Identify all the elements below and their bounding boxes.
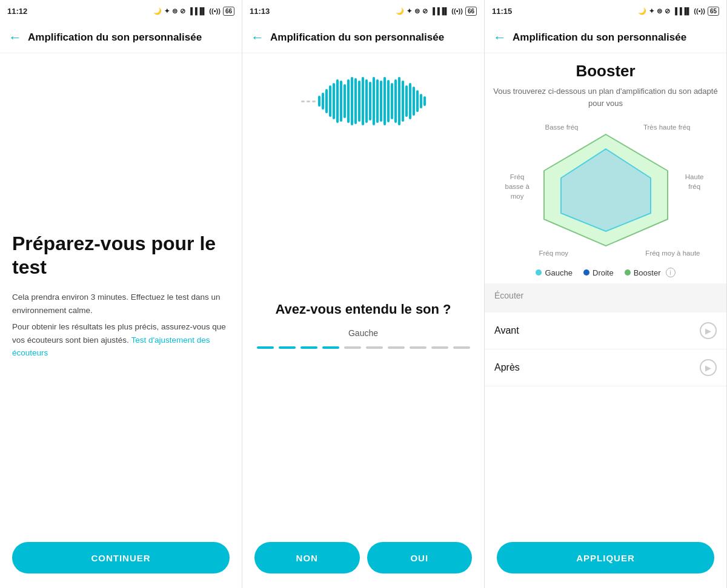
desc2: Pour obtenir les résultats les plus préc… — [12, 320, 230, 360]
dot-8 — [410, 346, 427, 349]
continue-btn[interactable]: CONTINUER — [12, 542, 230, 573]
panel1: 11:12 🌙 ✦ ⊜ ⊘ ▐▐▐▌ ((•)) 66 ← Amplificat… — [0, 0, 242, 588]
legend-dot-droite — [583, 269, 589, 276]
status-bar-3: 11:15 🌙 ✦ ⊜ ⊘ ▐▐▐▌ ((•)) 65 — [485, 0, 726, 22]
panel3: 11:15 🌙 ✦ ⊜ ⊘ ▐▐▐▌ ((•)) 65 ← Amplificat… — [485, 0, 727, 588]
legend-gauche: Gauche — [536, 268, 573, 277]
legend-booster: Booster i — [625, 268, 676, 277]
panel2: 11:13 🌙 ✦ ⊜ ⊘ ▐▐▐▌ ((•)) 66 ← Amplificat… — [242, 0, 485, 588]
progress-dots — [254, 346, 472, 349]
ear-label: Gauche — [254, 328, 472, 338]
nav-header-2: ← Amplification du son personnalisée — [242, 22, 484, 53]
status-icons-3: 🌙 ✦ ⊜ ⊘ ▐▐▐▌ ((•)) 65 — [638, 7, 719, 16]
dot-9 — [431, 346, 448, 349]
radar-chart: Basse fréq Très haute fréq Fréqbasse àmo… — [503, 117, 709, 263]
label-basse-freq: Basse fréq — [545, 124, 579, 131]
bottom-area-1: CONTINUER — [0, 532, 242, 588]
legend-droite: Droite — [583, 268, 614, 277]
apres-row[interactable]: Après ▶ — [485, 349, 726, 386]
avant-play-btn[interactable]: ▶ — [700, 322, 717, 339]
label-haute-freq: Hautefréq — [685, 172, 704, 191]
waveform-bars — [318, 77, 426, 125]
dot-2 — [279, 346, 296, 349]
ecouter-label: Écouter — [494, 291, 717, 300]
waveform — [254, 74, 472, 128]
avant-text: Avant — [494, 325, 519, 336]
answer-buttons: NON OUI — [254, 542, 472, 573]
dot-10 — [453, 346, 470, 349]
legend-dot-booster — [625, 269, 631, 276]
label-freq-basse-moy: Fréqbasse àmoy — [505, 172, 529, 201]
bottom-area-2: NON OUI — [242, 532, 484, 588]
panel1-content: Préparez-vous pour le test Cela prendra … — [0, 53, 242, 588]
status-bar-1: 11:12 🌙 ✦ ⊜ ⊘ ▐▐▐▌ ((•)) 66 — [0, 0, 242, 22]
time-1: 11:12 — [7, 7, 27, 16]
time-3: 11:15 — [492, 7, 512, 16]
booster-header: Booster Vous trouverez ci-dessous un pla… — [485, 53, 726, 117]
question-text: Avez-vous entendu le son ? — [254, 302, 472, 317]
time-2: 11:13 — [250, 7, 270, 16]
booster-title: Booster — [492, 62, 719, 81]
apres-play-btn[interactable]: ▶ — [700, 359, 717, 376]
apres-text: Après — [494, 362, 520, 373]
dot-7 — [388, 346, 405, 349]
nav-title-1: Amplification du son personnalisée — [28, 31, 202, 44]
radar-svg — [503, 117, 709, 263]
dot-4 — [322, 346, 339, 349]
avant-row[interactable]: Avant ▶ — [485, 312, 726, 349]
desc1: Cela prendra environ 3 minutes. Effectue… — [12, 291, 230, 317]
status-icons-1: 🌙 ✦ ⊜ ⊘ ▐▐▐▌ ((•)) 66 — [153, 7, 234, 16]
back-btn-2[interactable]: ← — [251, 30, 264, 45]
info-icon[interactable]: i — [666, 268, 676, 277]
ecouter-section: Écouter — [485, 283, 726, 312]
yes-btn[interactable]: OUI — [367, 542, 473, 573]
dot-6 — [366, 346, 383, 349]
nav-header-3: ← Amplification du son personnalisée — [485, 22, 726, 53]
nav-header-1: ← Amplification du son personnalisée — [0, 22, 242, 53]
label-freq-moy-haute: Fréq moy à haute — [645, 249, 700, 257]
back-btn-1[interactable]: ← — [8, 30, 22, 45]
booster-desc: Vous trouverez ci-dessous un plan d'ampl… — [492, 85, 719, 109]
dot-1 — [257, 346, 274, 349]
status-bar-2: 11:13 🌙 ✦ ⊜ ⊘ ▐▐▐▌ ((•)) 66 — [242, 0, 484, 22]
legend-row: Gauche Droite Booster i — [485, 268, 726, 277]
label-tres-haute-freq: Très haute fréq — [643, 124, 691, 131]
dot-3 — [300, 346, 317, 349]
nav-title-3: Amplification du son personnalisée — [513, 31, 686, 44]
back-btn-3[interactable]: ← — [493, 30, 506, 45]
label-freq-moy: Fréq moy — [539, 249, 569, 257]
apply-btn[interactable]: APPLIQUER — [497, 542, 714, 573]
dot-5 — [344, 346, 361, 349]
bottom-area-3: APPLIQUER — [485, 532, 726, 588]
main-title-1: Préparez-vous pour le test — [12, 232, 230, 279]
no-btn[interactable]: NON — [254, 542, 360, 573]
panel2-content: Avez-vous entendu le son ? Gauche — [242, 53, 484, 588]
legend-dot-gauche — [536, 269, 542, 276]
status-icons-2: 🌙 ✦ ⊜ ⊘ ▐▐▐▌ ((•)) 66 — [396, 7, 477, 16]
nav-title-2: Amplification du son personnalisée — [270, 31, 444, 44]
